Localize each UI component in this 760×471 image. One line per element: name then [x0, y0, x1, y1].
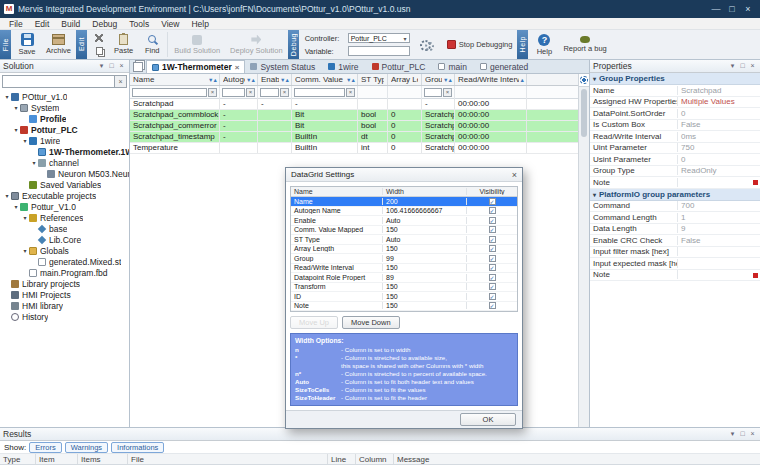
menu-item[interactable]: Help	[185, 19, 214, 29]
filter-clear-icon[interactable]	[246, 88, 255, 97]
visibility-checkbox[interactable]	[489, 207, 496, 214]
visibility-checkbox[interactable]	[489, 236, 496, 243]
ok-button[interactable]: OK	[460, 413, 516, 426]
find-button[interactable]: Find	[138, 30, 166, 59]
results-column-header[interactable]: Item	[36, 454, 78, 464]
tree-expander-icon[interactable]: ▾	[12, 203, 20, 210]
results-filter-toggle[interactable]: Warnings	[65, 442, 108, 453]
tree-expander-icon[interactable]: ▾	[30, 159, 38, 166]
sort-filter-icon[interactable]: ▼▲	[443, 77, 452, 83]
property-value[interactable]: Multiple Values	[678, 97, 760, 106]
tree-item[interactable]: ▾ POttur_v1.0	[0, 91, 129, 102]
property-value[interactable]: 9	[678, 224, 760, 233]
property-row[interactable]: Data Length 9	[590, 224, 760, 236]
sort-filter-icon[interactable]: ▼▲	[208, 77, 217, 83]
visibility-checkbox[interactable]	[489, 274, 496, 281]
menu-item[interactable]: File	[3, 19, 29, 29]
tree-item[interactable]: base	[0, 223, 129, 234]
dialog-column-row[interactable]: Array Length 150	[291, 245, 517, 255]
property-value[interactable]: False	[678, 120, 760, 129]
tree-item[interactable]: Neuron M503.Neuron_M503	[0, 168, 129, 179]
tree-item[interactable]: generated.Mixed.st	[0, 256, 129, 267]
move-down-button[interactable]: Move Down	[342, 316, 400, 329]
grid-row[interactable]: Scratchpad_timestamp - BuiltIn dt 0 Scra…	[130, 132, 578, 143]
results-column-header[interactable]: Column	[356, 454, 394, 464]
results-column-header[interactable]: Type	[0, 454, 36, 464]
dialog-column-row[interactable]: Autogen Name 106.41666666667	[291, 207, 517, 217]
grid-column-header[interactable]: Comm. Value Mappe ▼▲	[292, 74, 358, 85]
menu-item[interactable]: Tools	[123, 19, 155, 29]
archive-button[interactable]: Archive	[41, 30, 76, 59]
property-value[interactable]: 0	[678, 109, 760, 118]
property-value[interactable]: 1	[678, 213, 760, 222]
dialog-column-row[interactable]: Transform 150	[291, 283, 517, 293]
menu-item[interactable]: Debug	[86, 19, 123, 29]
panel-menu-icon[interactable]	[728, 430, 737, 438]
tree-item[interactable]: Lib.Core	[0, 234, 129, 245]
solution-search-input[interactable]	[2, 75, 115, 88]
minimize-button[interactable]: —	[708, 4, 724, 14]
tree-expander-icon[interactable]: ▾	[21, 137, 29, 144]
menu-item[interactable]: Build	[55, 19, 86, 29]
dialog-column-row[interactable]: Note 150	[291, 302, 517, 312]
property-row[interactable]: Note	[590, 270, 760, 282]
tree-item[interactable]: HMI library	[0, 300, 129, 311]
menu-item[interactable]: Edit	[29, 19, 56, 29]
search-clear-icon[interactable]	[115, 75, 127, 88]
grid-column-header[interactable]: Autogen Nam ▼▲	[220, 74, 258, 85]
group-expander-icon[interactable]	[593, 75, 596, 82]
property-row[interactable]: Note	[590, 177, 760, 189]
tree-expander-icon[interactable]: ▾	[12, 126, 20, 133]
visibility-checkbox[interactable]	[489, 245, 496, 252]
tree-expander-icon[interactable]: ▾	[21, 247, 29, 254]
visibility-checkbox[interactable]	[489, 255, 496, 262]
results-filter-toggle[interactable]: Informations	[111, 442, 164, 453]
grid-row[interactable]: Scratchpad - - - - 00:00:00	[130, 99, 578, 110]
tab-close-icon[interactable]: ×	[235, 63, 240, 72]
visibility-checkbox[interactable]	[489, 226, 496, 233]
tree-item[interactable]: ▾ References	[0, 212, 129, 223]
property-value[interactable]: 0ms	[678, 132, 760, 141]
grid-row[interactable]: Temperature BuiltIn int 0 Scratchpad 00:…	[130, 143, 578, 154]
property-value[interactable]: 750	[678, 143, 760, 152]
open-files-icon[interactable]	[133, 62, 143, 72]
dialog-column-row[interactable]: Enable Auto	[291, 216, 517, 226]
results-column-header[interactable]: File	[128, 454, 328, 464]
property-value[interactable]: Scratchpad	[678, 86, 760, 95]
group-expander-icon[interactable]	[593, 191, 596, 198]
dialog-column-row[interactable]: ST Type Auto	[291, 235, 517, 245]
grid-row[interactable]: Scratchpad_commblock - Bit bool 0 Scratc…	[130, 110, 578, 121]
tree-expander-icon[interactable]: ▾	[21, 214, 29, 221]
tree-item[interactable]: ▾ Pottur_PLC	[0, 124, 129, 135]
results-column-header[interactable]: Items	[78, 454, 128, 464]
visibility-checkbox[interactable]	[489, 283, 496, 290]
property-row[interactable]: Command 700	[590, 201, 760, 213]
property-row[interactable]: Name Scratchpad	[590, 85, 760, 97]
tree-item[interactable]: ▾ Globals	[0, 245, 129, 256]
visibility-checkbox[interactable]	[489, 217, 496, 224]
dialog-column-row[interactable]: Datapoint Role Propert 89	[291, 273, 517, 283]
maximize-button[interactable]: □	[724, 4, 740, 14]
visibility-checkbox[interactable]	[489, 302, 496, 309]
panel-float-icon[interactable]	[107, 62, 116, 70]
tree-item[interactable]: ▾ channel	[0, 157, 129, 168]
deploy-solution-button[interactable]: Deploy Solution	[225, 30, 288, 59]
property-row[interactable]: Assigned HW Properties Multiple Values	[590, 97, 760, 109]
property-group-header[interactable]: Group Properties	[590, 73, 760, 85]
visibility-checkbox[interactable]	[489, 198, 496, 205]
panel-float-icon[interactable]	[738, 62, 747, 70]
visibility-checkbox[interactable]	[489, 264, 496, 271]
tree-expander-icon[interactable]: ▾	[3, 192, 11, 199]
column-settings-button[interactable]	[579, 74, 589, 87]
panel-close-icon[interactable]	[748, 430, 757, 438]
filter-input[interactable]	[132, 88, 207, 97]
panel-close-icon[interactable]	[748, 62, 757, 70]
filter-input[interactable]	[260, 88, 279, 97]
panel-close-icon[interactable]	[117, 62, 126, 70]
tree-item[interactable]: History	[0, 311, 129, 322]
tree-expander-icon[interactable]: ▾	[3, 93, 11, 100]
grid-column-header[interactable]: Read/Write Interval ▲	[455, 74, 527, 85]
scrollbar-thumb[interactable]	[581, 89, 587, 137]
move-up-button[interactable]: Move Up	[290, 316, 338, 329]
editor-tab[interactable]: 1wire	[323, 60, 366, 73]
